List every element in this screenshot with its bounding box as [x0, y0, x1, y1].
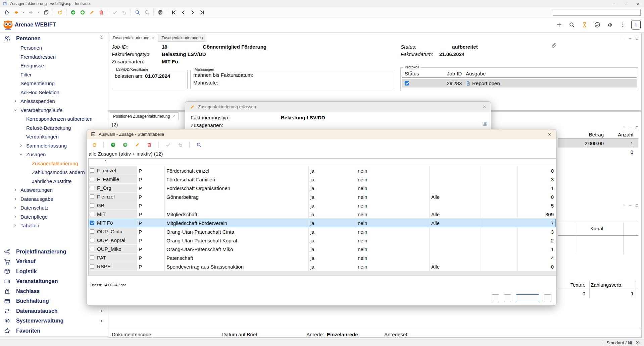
- add-button[interactable]: [69, 8, 77, 16]
- table-lookup-icon[interactable]: [482, 121, 488, 126]
- sidebar-item[interactable]: Segmentierung: [0, 79, 108, 88]
- protokoll-row[interactable]: 29'283 Report open: [402, 79, 637, 88]
- row-checkbox[interactable]: [90, 229, 94, 234]
- close-icon[interactable]: [481, 102, 488, 112]
- table-row[interactable]: OUP_Kopral P Orang-Utan-Patenschaft Kopr…: [89, 236, 556, 245]
- tab[interactable]: Zusagenfakturierungen: [158, 34, 206, 42]
- tab-close-icon[interactable]: [172, 115, 175, 118]
- tab-overflow-chevron-icon[interactable]: [99, 34, 103, 38]
- tab[interactable]: Zusagenfakturierung: [109, 34, 158, 42]
- sidebar-item[interactable]: Systemverwaltung: [0, 316, 108, 326]
- add-button[interactable]: [109, 141, 117, 149]
- sidebar-item[interactable]: Personen: [0, 44, 108, 53]
- protokoll-col-ausgabe[interactable]: Ausgabe: [463, 71, 631, 76]
- row-checkbox[interactable]: [90, 177, 94, 181]
- refresh-button[interactable]: [56, 8, 64, 16]
- table-row[interactable]: GB P ja nein 5: [89, 201, 556, 210]
- column-header-textnr[interactable]: Textnr.: [558, 282, 588, 288]
- toolbar-quick-input[interactable]: [553, 9, 641, 16]
- table-row[interactable]: PAT P Patenschaft ja nein 4: [89, 253, 556, 262]
- sidebar-item[interactable]: Filter: [0, 70, 108, 79]
- delete-button[interactable]: [145, 141, 153, 149]
- close-button[interactable]: [632, 0, 644, 7]
- column-header-betrag[interactable]: Betrag: [558, 132, 606, 137]
- table-row[interactable]: F_Familie P Förderschaft Familien ja nei…: [89, 175, 556, 184]
- table-row[interactable]: 2'000.00 1: [558, 139, 638, 148]
- maximize-button[interactable]: [620, 0, 632, 7]
- forward-button[interactable]: [27, 8, 35, 16]
- table-row[interactable]: F_Org P Förderschaft Organisationen ja n…: [89, 184, 556, 192]
- table-row[interactable]: 0: [558, 148, 638, 156]
- column-header-kanal[interactable]: Kanal: [590, 226, 603, 231]
- table-row[interactable]: F einzel P Gönnerbeitrag ja nein Alle 0: [89, 192, 556, 201]
- table-row[interactable]: RSPE P Spendevertrag aus Strassenaktion …: [89, 262, 556, 271]
- add-icon[interactable]: [555, 20, 563, 29]
- row-checkbox[interactable]: [90, 194, 94, 199]
- target-icon[interactable]: [635, 340, 640, 345]
- table-row[interactable]: F_einzel P Förderschaft einzel ja nein 0: [89, 166, 556, 175]
- panel-window-controls[interactable]: [622, 36, 639, 40]
- row-checkbox[interactable]: [90, 212, 94, 216]
- protokoll-row-checkbox[interactable]: [405, 81, 409, 85]
- kebab-menu-icon[interactable]: [618, 20, 627, 29]
- close-icon[interactable]: [546, 129, 553, 139]
- megaphone-icon[interactable]: [606, 20, 614, 29]
- column-header-zahlungsverb[interactable]: Zahlungsverb.: [588, 282, 635, 288]
- row-checkbox[interactable]: [90, 247, 94, 251]
- nav-prev-button[interactable]: [179, 8, 187, 16]
- nav-first-button[interactable]: [170, 8, 178, 16]
- delete-button[interactable]: [97, 8, 105, 16]
- check-circle-icon[interactable]: [593, 20, 602, 29]
- search-button[interactable]: [195, 141, 203, 149]
- user-avatar[interactable]: I: [631, 20, 641, 30]
- edit-button[interactable]: [88, 8, 96, 16]
- sidebar-item[interactable]: Korrespondenzen aufbereiten: [0, 115, 108, 124]
- row-checkbox[interactable]: [90, 264, 94, 269]
- refresh-button[interactable]: [90, 141, 98, 149]
- forward-dropdown-icon[interactable]: [37, 8, 41, 16]
- sidebar-item[interactable]: Anlassspenden: [0, 97, 108, 106]
- dialog-button[interactable]: [492, 294, 499, 302]
- home-button[interactable]: [3, 8, 11, 16]
- confirm-button[interactable]: [164, 141, 172, 149]
- tab-positionen[interactable]: Positionen Zusagenfakturierung: [110, 112, 179, 120]
- back-button[interactable]: [12, 8, 20, 16]
- table-row[interactable]: MIT Fö P Mitgliedschaft Förderverein ja …: [89, 219, 556, 227]
- row-checkbox[interactable]: [90, 221, 94, 225]
- nav-next-button[interactable]: [189, 8, 197, 16]
- minimize-button[interactable]: [608, 0, 620, 7]
- table-row[interactable]: OUP_Cinta P Orang-Utan-Patenschaft Cinta…: [89, 227, 556, 236]
- row-checkbox[interactable]: [90, 168, 94, 173]
- column-header-anzahl[interactable]: Anzahl: [606, 132, 636, 137]
- protokoll-col-status[interactable]: Status: [402, 71, 430, 76]
- dialog-button[interactable]: [544, 294, 551, 302]
- row-checkbox[interactable]: [90, 186, 94, 190]
- hourglass-icon[interactable]: [580, 20, 589, 29]
- panel-window-controls[interactable]: [622, 204, 639, 208]
- edit-button[interactable]: [133, 141, 141, 149]
- window-copy-button[interactable]: [42, 8, 50, 16]
- tab-close-icon[interactable]: [152, 36, 155, 39]
- undo-button[interactable]: [120, 8, 128, 16]
- sidebar-item[interactable]: Personen: [0, 34, 108, 44]
- row-checkbox[interactable]: [90, 238, 94, 242]
- row-checkbox[interactable]: [90, 203, 94, 208]
- add-secondary-button[interactable]: [121, 141, 129, 149]
- sidebar-item[interactable]: Datenaustausch: [0, 306, 108, 316]
- sidebar-item[interactable]: Verarbeitungsläufe: [0, 106, 108, 115]
- sidebar-item[interactable]: Favoriten: [0, 326, 108, 336]
- search-icon[interactable]: [567, 20, 576, 29]
- add-secondary-button[interactable]: [79, 8, 87, 16]
- search-secondary-button[interactable]: [143, 8, 151, 16]
- nav-last-button[interactable]: [198, 8, 206, 16]
- table-row[interactable]: MIT P Mitgliedschaft ja nein Alle 309: [89, 210, 556, 219]
- paperclip-icon[interactable]: [550, 43, 556, 49]
- search-button[interactable]: [134, 8, 142, 16]
- undo-button[interactable]: [176, 141, 184, 149]
- confirm-button[interactable]: [111, 8, 119, 16]
- table-row[interactable]: OUP_Miko P Orang-Utan-Patenschaft Miko j…: [89, 245, 556, 253]
- panel-window-controls[interactable]: [622, 126, 639, 130]
- protokoll-col-jobid[interactable]: Job-ID: [430, 71, 463, 76]
- sidebar-item[interactable]: Ad-Hoc Selektion: [0, 88, 108, 97]
- sidebar-item[interactable]: Fremdadressen: [0, 52, 108, 61]
